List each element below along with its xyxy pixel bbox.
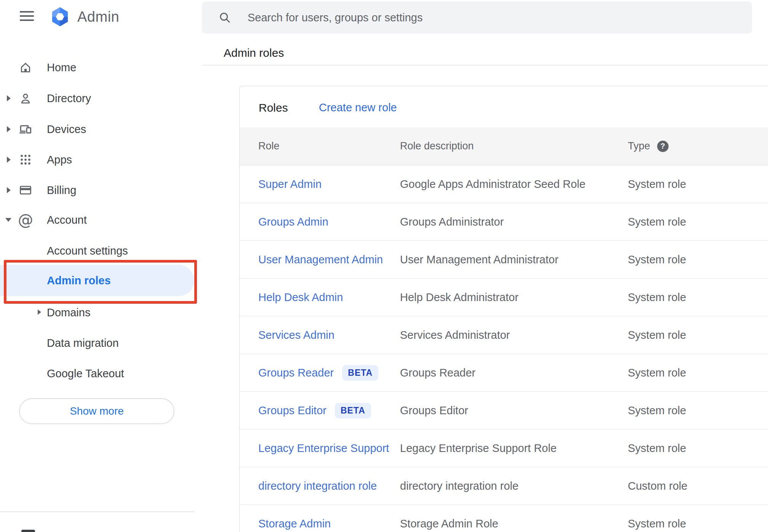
- role-type: System role: [628, 279, 686, 316]
- sidebar-item-label: Billing: [47, 184, 76, 197]
- role-link[interactable]: User Management Admin: [258, 253, 383, 266]
- table-row[interactable]: Help Desk Admin Help Desk Administrator …: [240, 279, 768, 316]
- sidebar-item-billing[interactable]: Billing: [0, 179, 202, 201]
- sidebar-item-label: Devices: [47, 123, 86, 136]
- role-type: Custom role: [628, 467, 687, 505]
- role-link[interactable]: Help Desk Admin: [258, 291, 343, 304]
- role-type: System role: [628, 316, 686, 354]
- admin-logo: Admin: [49, 7, 119, 27]
- role-description: directory integration role: [400, 467, 518, 505]
- expand-arrow-icon[interactable]: [7, 126, 11, 132]
- panel-title: Roles: [259, 101, 288, 114]
- sidebar-item-devices[interactable]: Devices: [0, 118, 202, 140]
- role-type: System role: [628, 354, 686, 391]
- sidebar-item-label: Google Takeout: [47, 367, 124, 380]
- table-row[interactable]: Storage Admin Storage Admin Role System …: [240, 505, 768, 532]
- sidebar-item-directory[interactable]: Directory: [0, 87, 202, 109]
- sidebar-item-label: Data migration: [47, 337, 119, 349]
- sidebar-item-label: Domains: [47, 306, 90, 319]
- table-row[interactable]: Services Admin Services Administrator Sy…: [240, 316, 768, 354]
- sidebar-item-domains[interactable]: Domains: [0, 301, 202, 324]
- role-description: Help Desk Administrator: [400, 279, 518, 316]
- sidebar-item-google-takeout[interactable]: Google Takeout: [0, 362, 202, 385]
- collapse-arrow-icon[interactable]: [5, 218, 11, 222]
- table-header-row: Role Role description Type ?: [240, 127, 768, 165]
- role-description: Legacy Enterprise Support Role: [400, 429, 557, 467]
- breadcrumb-divider: [203, 65, 768, 66]
- table-row[interactable]: directory integration role directory int…: [240, 467, 768, 505]
- role-type: System role: [628, 392, 686, 429]
- column-header-role: Role: [258, 127, 280, 165]
- role-description: Groups Reader: [400, 354, 475, 391]
- role-type: System role: [628, 505, 686, 532]
- role-type: System role: [628, 429, 686, 467]
- role-type: System role: [628, 203, 686, 240]
- sidebar-item-label: Account: [47, 214, 87, 226]
- role-link[interactable]: Legacy Enterprise Support: [258, 442, 389, 455]
- sidebar-item-admin-roles-selected[interactable]: Admin roles: [0, 265, 194, 296]
- home-icon: [18, 60, 33, 75]
- role-description: Groups Editor: [400, 392, 468, 429]
- sidebar-bottom-divider: [0, 511, 194, 512]
- sidebar-item-apps[interactable]: Apps: [0, 149, 202, 171]
- search-bar[interactable]: [202, 2, 752, 34]
- role-link[interactable]: Groups Reader: [258, 367, 334, 379]
- sidebar-item-account-settings[interactable]: Account settings: [0, 240, 202, 262]
- sidebar-item-data-migration[interactable]: Data migration: [0, 332, 202, 354]
- search-icon: [218, 11, 232, 24]
- table-row[interactable]: Groups Reader BETA Groups Reader System …: [240, 354, 768, 392]
- devices-icon: [18, 122, 33, 136]
- role-type: System role: [628, 165, 686, 203]
- roles-panel: Roles Create new role Role Role descript…: [239, 86, 768, 532]
- role-type: System role: [628, 241, 686, 278]
- sidebar-item-home[interactable]: Home: [0, 56, 202, 79]
- role-link[interactable]: directory integration role: [258, 480, 377, 492]
- apps-grid-icon: [18, 152, 33, 167]
- search-input[interactable]: [247, 11, 752, 24]
- column-header-type: Type ?: [628, 127, 669, 165]
- sidebar-item-label: Home: [47, 61, 76, 74]
- table-row[interactable]: Legacy Enterprise Support Legacy Enterpr…: [240, 429, 768, 467]
- admin-logo-icon: [49, 7, 71, 27]
- credit-card-icon: [18, 183, 33, 197]
- sidebar-item-account[interactable]: @ Account: [0, 209, 202, 231]
- create-new-role-link[interactable]: Create new role: [319, 101, 397, 114]
- logo-text: Admin: [77, 9, 119, 25]
- menu-hamburger-icon[interactable]: [20, 11, 34, 21]
- role-description: Groups Administrator: [400, 203, 504, 240]
- expand-arrow-icon[interactable]: [7, 157, 11, 163]
- role-link[interactable]: Groups Editor: [258, 404, 326, 417]
- role-link[interactable]: Storage Admin: [258, 518, 331, 530]
- expand-arrow-icon[interactable]: [7, 95, 11, 101]
- breadcrumb: Admin roles: [224, 46, 284, 59]
- cut-off-bottom-icon: [21, 530, 35, 532]
- beta-badge: BETA: [342, 365, 378, 381]
- table-row[interactable]: Groups Editor BETA Groups Editor System …: [240, 392, 768, 429]
- role-description: Services Administrator: [400, 316, 510, 354]
- role-description: User Management Administrator: [400, 241, 558, 278]
- at-sign-icon: @: [18, 213, 33, 227]
- show-more-button[interactable]: Show more: [19, 398, 174, 424]
- admin-console-screen: Admin Home Directory: [0, 0, 768, 532]
- beta-badge: BETA: [335, 403, 371, 418]
- role-link[interactable]: Groups Admin: [258, 216, 328, 228]
- show-more-label: Show more: [70, 405, 124, 417]
- table-row[interactable]: User Management Admin User Management Ad…: [240, 241, 768, 279]
- sidebar-item-label: Admin roles: [47, 274, 111, 287]
- sidebar-item-label: Account settings: [47, 245, 128, 257]
- expand-arrow-icon[interactable]: [38, 309, 41, 315]
- column-header-description: Role description: [400, 127, 474, 165]
- role-link[interactable]: Services Admin: [258, 329, 334, 341]
- sidebar-item-label: Directory: [47, 92, 91, 105]
- roles-panel-header: Roles Create new role: [240, 86, 768, 127]
- role-description: Google Apps Administrator Seed Role: [400, 165, 586, 203]
- help-icon[interactable]: ?: [657, 141, 669, 152]
- expand-arrow-icon[interactable]: [7, 187, 11, 193]
- table-row[interactable]: Groups Admin Groups Administrator System…: [240, 203, 768, 241]
- role-description: Storage Admin Role: [400, 505, 498, 532]
- person-icon: [18, 91, 33, 106]
- table-row[interactable]: Super Admin Google Apps Administrator Se…: [240, 165, 768, 203]
- sidebar-item-label: Apps: [47, 154, 72, 166]
- role-link[interactable]: Super Admin: [258, 178, 322, 191]
